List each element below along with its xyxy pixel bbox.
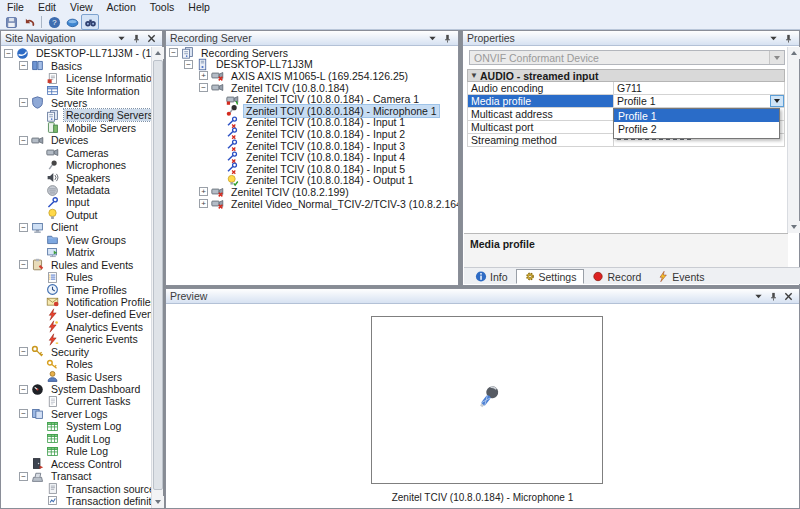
sidebar-item-rules[interactable]: Rules [2,271,151,283]
tab-events[interactable]: Events [649,269,712,284]
pin-icon[interactable] [130,33,143,44]
sidebar-item-mobile-servers[interactable]: Mobile Servers [2,122,151,134]
close-icon[interactable] [782,291,795,302]
device-item-zenitel-tciv-10-8-0-184-input-2[interactable]: Zenitel TCIV (10.8.0.184) - Input 2 [167,128,458,140]
device-item-zenitel-tciv-10-8-0-184-camera-1[interactable]: Zenitel TCIV (10.8.0.184) - Camera 1 [167,93,458,105]
sidebar-item-time-profiles[interactable]: Time Profiles [2,283,151,295]
expander-icon[interactable]: − [19,260,28,269]
sidebar-item-roles[interactable]: Roles [2,358,151,370]
pin-icon[interactable] [767,291,780,302]
sidebar-scrollbar[interactable] [151,47,163,508]
device-item-zenitel-tciv-10-8-0-184-input-4[interactable]: Zenitel TCIV (10.8.0.184) - Input 4 [167,151,458,163]
menu-item-help[interactable]: Help [181,1,217,13]
device-item-zenitel-tciv-10-8-2-199[interactable]: +Zenitel TCIV (10.8.2.199) [167,186,458,198]
sidebar-item-rule-log[interactable]: Rule Log [2,445,151,457]
sidebar-item-user-defined-events[interactable]: User-defined Events [2,308,151,320]
expander-icon[interactable]: − [19,472,28,481]
sidebar-item-output[interactable]: Output [2,209,151,221]
property-value[interactable]: G711 [614,82,784,94]
sidebar-item-cameras[interactable]: Cameras [2,147,151,159]
sidebar-item-current-tasks[interactable]: Current Tasks [2,395,151,407]
sidebar-item-license-information[interactable]: License Information [2,72,151,84]
pin-icon[interactable] [441,33,454,44]
dropdown-option-profile-2[interactable]: Profile 2 [614,122,779,135]
tab-info[interactable]: Info [467,269,516,284]
sidebar-item-devices[interactable]: −Devices [2,134,151,146]
close-icon[interactable] [145,33,158,44]
sidebar-item-transact[interactable]: −Transact [2,470,151,482]
help-icon[interactable]: ? [45,14,63,30]
expander-icon[interactable]: − [4,49,13,58]
scroll-down-arrow[interactable] [788,221,800,233]
device-item-zenitel-tciv-10-8-0-184-input-5[interactable]: Zenitel TCIV (10.8.0.184) - Input 5 [167,163,458,175]
sidebar-item-basic-users[interactable]: Basic Users [2,370,151,382]
scroll-down-arrow[interactable] [152,496,164,508]
dropdown-option-profile-1[interactable]: Profile 1 [614,109,779,122]
scroll-up-arrow[interactable] [152,47,164,59]
sidebar-item-rules-and-events[interactable]: −Rules and Events [2,258,151,270]
expander-icon[interactable]: − [19,347,28,356]
sidebar-item-analytics-events[interactable]: Analytics Events [2,321,151,333]
expander-icon[interactable]: − [19,385,28,394]
menu-item-edit[interactable]: Edit [31,1,63,13]
properties-scrollbar[interactable] [787,47,799,233]
tab-record[interactable]: Record [584,269,649,284]
sidebar-item-security[interactable]: −Security [2,346,151,358]
tab-settings[interactable]: Settings [516,269,585,284]
sidebar-item-site-information[interactable]: Site Information [2,84,151,96]
sidebar-item-audit-log[interactable]: Audit Log [2,433,151,445]
expander-icon[interactable]: + [199,199,208,208]
expander-icon[interactable]: − [199,83,208,92]
find-icon[interactable] [81,14,99,30]
device-item-zenitel-video-normal-tciv-2-tciv-3-10-8-2-164[interactable]: +Zenitel Video_Normal_TCIV-2/TCIV-3 (10.… [167,198,458,210]
combo-chevron-icon[interactable] [769,51,784,64]
sidebar-item-system-log[interactable]: System Log [2,420,151,432]
device-item-zenitel-tciv-10-8-0-184-microphone-1[interactable]: Zenitel TCIV (10.8.0.184) - Microphone 1 [167,105,458,117]
expander-icon[interactable]: − [19,136,28,145]
device-selector-combo[interactable]: ONVIF Conformant Device [469,50,785,65]
chevron-down-icon[interactable] [426,33,439,44]
sidebar-item-server-logs[interactable]: −Server Logs [2,408,151,420]
device-item-desktop-ll71j3m[interactable]: −DESKTOP-LL71J3M [167,59,458,71]
scrollbar-thumb[interactable] [153,60,163,490]
property-row-audio-encoding[interactable]: Audio encodingG711 [467,82,785,95]
device-item-zenitel-tciv-10-8-0-184-input-1[interactable]: Zenitel TCIV (10.8.0.184) - Input 1 [167,117,458,129]
sidebar-item-metadata[interactable]: Metadata [2,184,151,196]
scroll-up-arrow[interactable] [788,47,800,59]
chevron-down-icon[interactable] [767,33,780,44]
device-item-zenitel-tciv-10-8-0-184-input-3[interactable]: Zenitel TCIV (10.8.0.184) - Input 3 [167,140,458,152]
sidebar-item-servers[interactable]: −Servers [2,97,151,109]
sidebar-item-view-groups[interactable]: View Groups [2,234,151,246]
undo-icon[interactable] [20,14,38,30]
expander-icon[interactable]: − [184,60,193,69]
menu-item-file[interactable]: File [0,1,31,13]
sidebar-item-recording-servers[interactable]: Recording Servers [2,109,151,121]
sidebar-item-desktop-ll71j3m-12-1a[interactable]: −DESKTOP-LL71J3M - (12.1a) [2,47,151,59]
sidebar-item-basics[interactable]: −Basics [2,59,151,71]
sidebar-item-speakers[interactable]: Speakers [2,171,151,183]
chevron-down-icon[interactable] [752,291,765,302]
device-item-axis-axis-m1065-l-169-254-126-25[interactable]: +AXIS AXIS M1065-L (169.254.126.25) [167,70,458,82]
expander-icon[interactable]: + [199,187,208,196]
sidebar-item-alarms[interactable]: +Alarms [2,507,151,508]
website-icon[interactable] [63,14,81,30]
menu-item-tools[interactable]: Tools [143,1,182,13]
expander-icon[interactable]: − [19,223,28,232]
property-value[interactable]: Profile 1 [614,95,784,107]
section-header[interactable]: ▼ AUDIO - streamed input [467,69,785,82]
expander-icon[interactable]: − [169,48,178,57]
expander-icon[interactable]: − [19,409,28,418]
menu-item-view[interactable]: View [63,1,100,13]
device-item-zenitel-tciv-10-8-0-184[interactable]: −Zenitel TCIV (10.8.0.184) [167,82,458,94]
pin-icon[interactable] [782,33,795,44]
chevron-down-icon[interactable] [115,33,128,44]
expander-icon[interactable]: + [199,71,208,80]
save-icon[interactable] [2,14,20,30]
section-collapse-icon[interactable]: ▼ [468,71,480,80]
device-item-recording-servers[interactable]: −Recording Servers [167,47,458,59]
sidebar-item-access-control[interactable]: Access Control [2,457,151,469]
sidebar-item-matrix[interactable]: Matrix [2,246,151,258]
sidebar-item-notification-profiles[interactable]: Notification Profiles [2,296,151,308]
combo-chevron-icon[interactable] [770,95,784,107]
sidebar-item-client[interactable]: −Client [2,221,151,233]
